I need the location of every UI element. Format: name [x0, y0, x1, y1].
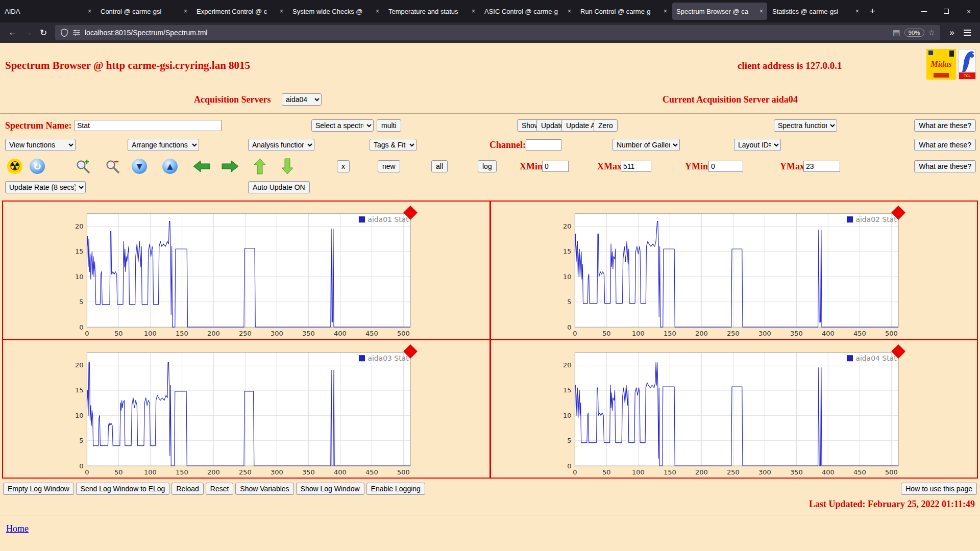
auto-update-button[interactable]: Auto Update ON [248, 181, 310, 193]
midas-logo[interactable]: Midas [926, 49, 956, 80]
x-button[interactable]: x [337, 160, 350, 172]
update-rate-dropdown[interactable]: Update Rate (8 secs) [5, 181, 86, 193]
url-bar[interactable]: localhost:8015/Spectrum/Spectrum.tml ▤ 9… [55, 25, 940, 40]
empty-log-window-button[interactable]: Empty Log Window [3, 483, 74, 495]
galleries-dropdown[interactable]: Number of Galleries [612, 139, 680, 151]
midas-logo-decoration [949, 51, 954, 57]
bookmark-star-icon[interactable]: ☆ [928, 28, 935, 37]
svg-text:350: 350 [302, 330, 315, 337]
plot-area [575, 353, 898, 466]
scroll-up-sphere-icon[interactable]: ▲ [162, 159, 178, 174]
svg-text:300: 300 [758, 468, 771, 476]
tab-close-icon[interactable]: × [664, 8, 667, 15]
zoom-out-icon[interactable] [105, 159, 120, 174]
reload-button[interactable]: Reload [172, 483, 203, 495]
scroll-down-sphere-icon[interactable]: ▼ [132, 159, 147, 174]
tab-spectrum-browser-ca[interactable]: Spectrum Browser @ ca× [672, 3, 767, 20]
spectrum-panel-aida04-stat[interactable]: 05010015020025030035040045050005101520 a… [491, 340, 978, 478]
reset-button[interactable]: Reset [206, 483, 234, 495]
new-tab-button[interactable]: + [864, 3, 881, 20]
multi-button[interactable]: multi [377, 119, 401, 132]
menu-icon[interactable] [960, 25, 975, 40]
spectrum-panel-aida03-stat[interactable]: 05010015020025030035040045050005101520 a… [3, 340, 490, 478]
tab-close-icon[interactable]: × [184, 8, 187, 15]
show-log-window-button[interactable]: Show Log Window [296, 483, 364, 495]
tab-close-icon[interactable]: × [568, 8, 571, 15]
log-button[interactable]: log [478, 160, 497, 172]
reload-icon[interactable]: ↻ [36, 25, 51, 40]
pan-left-icon[interactable] [193, 160, 210, 173]
tab-run-control-carme-g[interactable]: Run Control @ carme-g× [576, 3, 671, 20]
enable-logging-button[interactable]: Enable Logging [366, 483, 425, 495]
pan-up-icon[interactable] [253, 158, 266, 174]
minimize-icon[interactable] [913, 0, 935, 22]
tab-statistics-carme-gsi[interactable]: Statistics @ carme-gsi× [768, 3, 863, 20]
svg-text:15: 15 [562, 247, 571, 255]
tcl-logo[interactable]: TCL [959, 49, 976, 80]
spectrum-browser-page: Spectrum Browser @ http carme-gsi.cryrin… [0, 43, 980, 551]
new-button[interactable]: new [378, 160, 400, 172]
select-spectrum-dropdown[interactable]: Select a spectrum [311, 119, 374, 132]
layout-id-dropdown[interactable]: Layout ID=1 [734, 139, 781, 151]
permissions-icon[interactable] [72, 29, 81, 36]
view-functions-dropdown[interactable]: View functions [5, 139, 76, 151]
tab-asic-control-carme-g[interactable]: ASIC Control @ carme-g× [480, 3, 575, 20]
overflow-chevrons-icon[interactable]: » [944, 25, 960, 40]
tab-aida[interactable]: AIDA× [1, 3, 95, 20]
tab-close-icon[interactable]: × [472, 8, 475, 15]
url-text[interactable]: localhost:8015/Spectrum/Spectrum.tml [85, 29, 889, 37]
what-are-these-button[interactable]: What are these? [914, 119, 976, 132]
spectra-functions-dropdown[interactable]: Spectra functions [774, 119, 837, 132]
separator [0, 113, 980, 114]
pan-down-icon[interactable] [281, 158, 294, 174]
tab-system-wide-checks[interactable]: System wide Checks @× [288, 3, 383, 20]
shield-icon[interactable] [60, 29, 68, 37]
analysis-functions-dropdown[interactable]: Analysis functions [248, 139, 314, 151]
svg-text:400: 400 [822, 330, 835, 337]
zoom-level-badge[interactable]: 90% [904, 29, 924, 37]
maximize-icon[interactable] [935, 0, 958, 22]
tab-close-icon[interactable]: × [376, 8, 379, 15]
spectrum-name-input[interactable] [75, 120, 222, 131]
legend-swatch [359, 356, 364, 361]
forward-icon[interactable]: → [20, 25, 36, 40]
tab-close-icon[interactable]: × [760, 8, 763, 15]
tab-close-icon[interactable]: × [88, 8, 91, 15]
svg-text:20: 20 [562, 222, 571, 230]
tab-close-icon[interactable]: × [280, 8, 283, 15]
xmin-input[interactable] [542, 161, 569, 172]
zero-button[interactable]: Zero [594, 119, 618, 132]
xmax-input[interactable] [621, 161, 651, 172]
zoom-in-icon[interactable] [76, 159, 91, 174]
what-are-these-button[interactable]: What are these? [914, 160, 976, 172]
back-icon[interactable]: ← [5, 25, 20, 40]
tab-control-carme-gsi[interactable]: Control @ carme-gsi× [96, 3, 191, 20]
how-to-use-button[interactable]: How to use this page [901, 483, 977, 495]
spectrum-panel-aida01-stat[interactable]: 05010015020025030035040045050005101520 a… [3, 201, 490, 339]
svg-text:0: 0 [567, 323, 571, 331]
acquisition-server-select[interactable]: aida04 [282, 93, 322, 106]
radiation-icon[interactable]: ☢ [7, 159, 22, 174]
tags-fits-dropdown[interactable]: Tags & Fits [370, 139, 416, 151]
tab-close-icon[interactable]: × [855, 8, 859, 15]
send-log-window-to-elog-button[interactable]: Send Log Window to ELog [76, 483, 170, 495]
legend-label: aida04 Stat [855, 354, 897, 362]
close-icon[interactable]: × [958, 0, 980, 22]
spectrum-panel-aida02-stat[interactable]: 05010015020025030035040045050005101520 a… [491, 201, 978, 339]
svg-text:50: 50 [114, 468, 122, 476]
what-are-these-button[interactable]: What are these? [914, 139, 976, 151]
all-button[interactable]: all [431, 160, 448, 172]
pan-right-icon[interactable] [222, 160, 239, 173]
tab-experiment-control-c[interactable]: Experiment Control @ c× [192, 3, 287, 20]
home-link[interactable]: Home [6, 523, 29, 534]
refresh-sphere-icon[interactable]: ↻ [30, 159, 45, 174]
channel-input[interactable] [526, 139, 561, 151]
tab-temperature-and-status[interactable]: Temperature and status× [384, 3, 479, 20]
ymin-input[interactable] [708, 161, 743, 172]
ymax-input[interactable] [803, 161, 840, 172]
svg-text:450: 450 [365, 330, 378, 337]
show-variables-button[interactable]: Show Variables [235, 483, 293, 495]
arrange-functions-dropdown[interactable]: Arrange functions [128, 139, 199, 151]
svg-text:10: 10 [75, 273, 83, 281]
reader-view-icon[interactable]: ▤ [893, 28, 900, 37]
